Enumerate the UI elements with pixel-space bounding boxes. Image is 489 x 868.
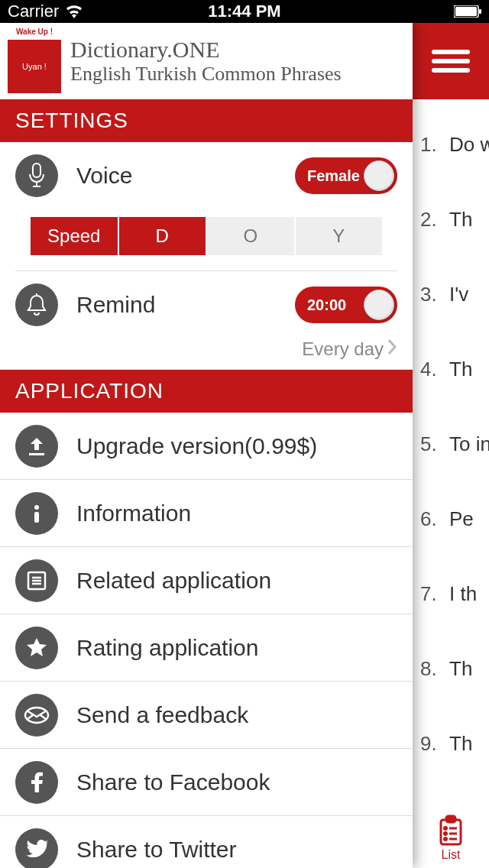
upgrade-row[interactable]: Upgrade version(0.99$) (0, 413, 413, 480)
bell-icon (15, 283, 58, 326)
battery-icon (454, 5, 481, 18)
row-label: Rating application (76, 635, 397, 661)
svg-point-15 (445, 833, 447, 835)
toggle-knob (364, 160, 394, 191)
svg-rect-1 (455, 7, 477, 16)
svg-point-4 (34, 505, 39, 510)
settings-panel: Wake Up ! Uyan ! Dictionary.ONE English … (0, 23, 413, 868)
svg-rect-3 (33, 164, 40, 177)
svg-point-10 (25, 708, 48, 723)
voice-row: Voice Female (0, 142, 413, 209)
wifi-icon (65, 5, 83, 18)
row-label: Upgrade version(0.99$) (76, 433, 397, 459)
row-label: Share to Facebook (76, 769, 397, 795)
related-app-row[interactable]: Related application (0, 547, 413, 614)
section-application: APPLICATION (0, 370, 413, 413)
app-subtitle: English Turkish Common Phrases (70, 63, 405, 86)
list-item[interactable]: 6.Pe (413, 481, 489, 556)
speed-label[interactable]: Speed (31, 217, 118, 255)
speed-opt-y[interactable]: Y (296, 217, 383, 255)
carrier-label: Carrier (8, 2, 59, 21)
chevron-right-icon (387, 338, 397, 360)
speed-opt-o[interactable]: O (207, 217, 294, 255)
svg-rect-12 (446, 816, 455, 822)
voice-label: Voice (76, 163, 295, 189)
row-label: Related application (76, 568, 397, 594)
list-item[interactable]: 7.I th (413, 556, 489, 631)
speed-segmented: Speed D O Y (31, 217, 382, 255)
list-item[interactable]: 5.To int (413, 406, 489, 481)
list-item[interactable]: 3.I'v (413, 257, 489, 332)
section-settings: SETTINGS (0, 99, 413, 142)
feedback-row[interactable]: Send a feedback (0, 682, 413, 749)
svg-rect-5 (34, 512, 39, 523)
status-bar: Carrier 11:44 PM (0, 0, 489, 23)
speed-opt-d[interactable]: D (119, 217, 206, 255)
twitter-row[interactable]: Share to Twitter (0, 816, 413, 868)
upload-icon (15, 425, 58, 468)
app-logo: Uyan ! (8, 40, 61, 93)
svg-point-17 (445, 838, 447, 840)
facebook-row[interactable]: Share to Facebook (0, 749, 413, 816)
info-icon (15, 492, 58, 535)
facebook-icon (15, 761, 58, 804)
star-icon (15, 627, 58, 669)
hamburger-icon (432, 45, 470, 77)
clipboard-list-icon (436, 815, 466, 847)
remind-row: Remind 20:00 (0, 271, 413, 338)
remind-frequency[interactable]: Every day (0, 338, 413, 370)
list-icon (15, 559, 58, 602)
phrase-list[interactable]: 1.Do we 2.Th 3.I'v 4.Th 5.To int 6.Pe 7.… (413, 99, 489, 781)
logo-top-text: Wake Up ! (8, 28, 61, 36)
rating-row[interactable]: Rating application (0, 614, 413, 682)
row-label: Send a feedback (76, 702, 397, 728)
row-label: Share to Twitter (76, 837, 397, 863)
voice-toggle[interactable]: Female (295, 157, 397, 194)
list-item[interactable]: 9.Th (413, 706, 489, 781)
list-item[interactable]: 8.Th (413, 631, 489, 706)
list-item[interactable]: 2.Th (413, 182, 489, 257)
toggle-knob (364, 290, 394, 320)
list-tab-button[interactable]: List (436, 815, 466, 862)
app-title: Dictionary.ONE (70, 37, 405, 63)
side-panel: 1.Do we 2.Th 3.I'v 4.Th 5.To int 6.Pe 7.… (413, 23, 489, 868)
svg-rect-2 (479, 9, 481, 14)
microphone-icon (15, 154, 58, 197)
row-label: Information (76, 500, 397, 526)
remind-label: Remind (76, 292, 295, 318)
list-item[interactable]: 1.Do we (413, 107, 489, 182)
mail-icon (15, 694, 58, 737)
information-row[interactable]: Information (0, 480, 413, 547)
list-tab-label: List (436, 848, 466, 862)
menu-button[interactable] (413, 23, 489, 99)
svg-point-13 (445, 828, 447, 830)
twitter-icon (15, 828, 58, 869)
clock: 11:44 PM (208, 2, 280, 21)
app-header: Wake Up ! Uyan ! Dictionary.ONE English … (0, 23, 413, 99)
list-item[interactable]: 4.Th (413, 332, 489, 406)
remind-toggle[interactable]: 20:00 (295, 287, 397, 323)
